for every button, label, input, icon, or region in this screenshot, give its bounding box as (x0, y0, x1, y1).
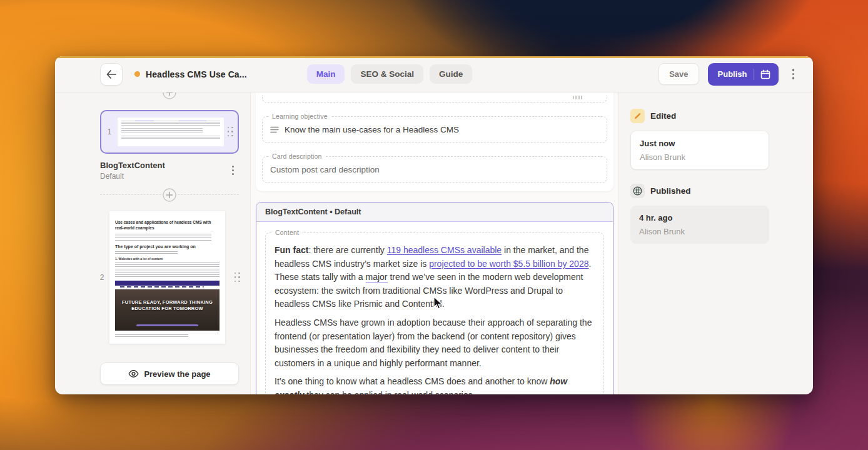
edited-author: Alison Brunk (640, 152, 760, 162)
calendar-icon (760, 69, 770, 79)
block-card-1[interactable]: 1 (100, 110, 239, 154)
document-title: Headless CMS Use Ca... (146, 69, 247, 79)
thumb2-hero-image: FUTURE READY, FORWARD THINKING EDUCATION… (115, 281, 220, 331)
edited-label: Edited (650, 111, 676, 121)
status-sidebar: Edited Just now Alison Brunk Published (619, 92, 813, 394)
content-editor[interactable]: Content Fun fact: there are currently 11… (265, 232, 604, 394)
add-block-divider (100, 194, 239, 195)
content-label: Content (272, 229, 302, 236)
block-2-drag-handle-icon[interactable] (235, 272, 241, 283)
paragraph: It’s one thing to know what a headless C… (275, 375, 595, 394)
thumb2-image-title: FUTURE READY, FORWARD THINKING EDUCATION… (119, 299, 216, 312)
thumb2-textlines (115, 251, 178, 255)
field-value: Custom post card description (270, 165, 380, 174)
top-toolbar: Headless CMS Use Ca... Main SEO & Social… (55, 56, 813, 92)
desktop-wallpaper: Headless CMS Use Ca... Main SEO & Social… (0, 0, 868, 450)
publish-button[interactable]: Publish (708, 63, 779, 86)
plus-circle-icon (163, 188, 176, 202)
publish-divider (754, 69, 754, 80)
block-1-menu-button[interactable] (227, 162, 239, 179)
tab-guide[interactable]: Guide (430, 64, 472, 84)
blogtextcontent-block[interactable]: BlogTextContent • Default Content Fun fa… (256, 202, 613, 394)
paragraph: Headless CMSs have grown in adoption bec… (275, 316, 595, 370)
thumb2-navbar (115, 281, 220, 286)
edited-card: Just now Alison Brunk (630, 131, 769, 170)
block-1-thumbnail (118, 118, 224, 146)
paragraph: Fun fact: there are currently 119 headle… (275, 244, 595, 311)
published-author: Alison Brunk (639, 227, 760, 236)
edited-status-row: Edited (630, 109, 769, 123)
thumb2-image-caption (136, 324, 198, 326)
pencil-icon (633, 112, 642, 120)
save-button[interactable]: Save (659, 63, 699, 85)
eye-icon (128, 369, 139, 378)
tab-bar: Main SEO & Social Guide (307, 64, 473, 84)
globe-icon-chip (630, 184, 645, 198)
field-value: Know the main use-cases for a Headless C… (285, 125, 459, 134)
unsaved-status-dot (134, 71, 140, 77)
thumb2-menubar (115, 286, 220, 289)
cms-editor-window: Headless CMS Use Ca... Main SEO & Social… (55, 56, 813, 394)
thumb2-textlines (115, 334, 188, 338)
block-1-variant: Default (100, 172, 165, 181)
published-time: 4 hr. ago (639, 213, 760, 222)
block-title: BlogTextContent • Default (265, 208, 361, 216)
thumb2-textlines (115, 234, 211, 241)
field-label: Card description (269, 152, 325, 160)
block-header: BlogTextContent • Default (256, 202, 613, 222)
field-drag-handle-icon (573, 96, 584, 99)
thumb2-subheading: 1. Websites with a lot of content (115, 257, 220, 261)
publish-label: Publish (718, 69, 747, 79)
preview-page-label: Preview the page (144, 369, 210, 379)
blocks-sidebar: 1 BlogTextContent Default (55, 92, 250, 394)
field-cutoff[interactable] (262, 95, 607, 102)
published-status-row: Published (630, 184, 769, 198)
block-1-index: 1 (101, 128, 118, 136)
field-card-description[interactable]: Card description Custom post card descri… (262, 156, 607, 182)
edited-time: Just now (640, 139, 760, 148)
block-1-meta: BlogTextContent Default (100, 161, 239, 181)
editor-body: 1 BlogTextContent Default (55, 92, 813, 394)
block-1-name: BlogTextContent (100, 161, 165, 170)
tab-main[interactable]: Main (307, 64, 345, 84)
field-learning-objective[interactable]: Learning objective Know the main use-cas… (262, 116, 607, 142)
thumb2-heading2: The type of project you are working on (115, 244, 220, 249)
back-button[interactable] (100, 63, 123, 86)
block-1-drag-handle-icon[interactable] (228, 127, 235, 138)
preview-page-button[interactable]: Preview the page (100, 362, 239, 385)
add-block-button[interactable] (163, 188, 176, 202)
published-label: Published (650, 186, 691, 196)
thumb2-textlines (115, 262, 220, 278)
block-card-2: 2 Use cases and applications of headless… (94, 211, 245, 344)
list-icon (270, 126, 279, 133)
fields-panel: Learning objective Know the main use-cas… (256, 92, 613, 191)
thumb2-heading1: Use cases and applications of headless C… (115, 220, 220, 231)
field-label: Learning objective (269, 112, 331, 120)
back-arrow-icon (106, 70, 116, 79)
block-2-thumbnail[interactable]: Use cases and applications of headless C… (109, 211, 225, 344)
tab-seo-social[interactable]: SEO & Social (351, 64, 423, 84)
more-options-button[interactable] (787, 65, 800, 83)
block-2-index: 2 (94, 273, 109, 282)
editor-content: Learning objective Know the main use-cas… (250, 92, 619, 394)
published-card: 4 hr. ago Alison Brunk (630, 206, 769, 244)
toolbar-actions: Save Publish (659, 63, 799, 86)
pencil-icon-chip (630, 109, 645, 123)
globe-icon (633, 186, 642, 196)
